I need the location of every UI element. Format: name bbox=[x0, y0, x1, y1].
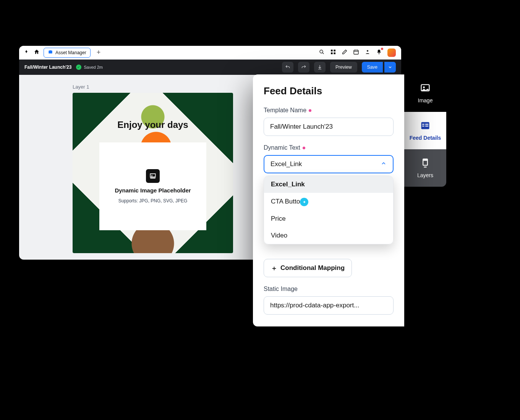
static-image-group: Static Image bbox=[264, 286, 394, 315]
svg-rect-17 bbox=[422, 124, 424, 124]
titlebar: Asset Manager + bbox=[19, 46, 401, 60]
static-image-label: Static Image bbox=[264, 286, 298, 292]
tab-feed-label: Feed Details bbox=[410, 135, 441, 141]
svg-rect-6 bbox=[354, 50, 358, 54]
plus-icon: ＋ bbox=[271, 264, 277, 273]
users-icon[interactable] bbox=[364, 49, 371, 57]
svg-rect-20 bbox=[425, 126, 428, 126]
dropdown-option[interactable]: Video bbox=[264, 227, 393, 244]
svg-line-1 bbox=[322, 53, 324, 54]
svg-point-0 bbox=[320, 50, 323, 53]
notifications-icon[interactable] bbox=[376, 49, 382, 57]
canvas-heading: Enjoy your days bbox=[117, 120, 188, 130]
template-name-group: Template Name bbox=[264, 107, 394, 136]
tab-feed-details[interactable]: Feed Details bbox=[404, 112, 446, 149]
chevron-up-icon bbox=[381, 160, 387, 168]
panel-title: Feed Details bbox=[264, 85, 394, 97]
tab-image-label: Image bbox=[418, 97, 433, 103]
home-icon[interactable] bbox=[34, 49, 40, 57]
image-placeholder-icon bbox=[146, 169, 160, 183]
preview-button[interactable]: Preview bbox=[330, 62, 357, 73]
svg-rect-19 bbox=[422, 126, 424, 126]
svg-rect-22 bbox=[423, 159, 428, 161]
svg-rect-4 bbox=[331, 52, 333, 54]
static-image-input[interactable] bbox=[264, 296, 394, 315]
dynamic-text-select[interactable]: Excel_Link bbox=[264, 155, 394, 173]
svg-point-11 bbox=[379, 53, 380, 54]
dropdown-option[interactable]: CTA Buttons ✦ bbox=[264, 193, 393, 210]
search-icon[interactable] bbox=[319, 49, 325, 57]
side-rail: Image Feed Details Layers bbox=[404, 74, 446, 187]
download-button[interactable] bbox=[314, 62, 326, 73]
svg-point-12 bbox=[151, 175, 152, 176]
image-placeholder-card[interactable]: Dynamic Image Placeholder Supports: JPG,… bbox=[99, 142, 206, 230]
conditional-mapping-label: Conditional Mapping bbox=[280, 264, 345, 272]
dynamic-text-dropdown: Excel_Link CTA Buttons ✦ Price Video bbox=[264, 176, 394, 244]
app-logo-icon bbox=[23, 49, 30, 56]
cursor-icon: ✦ bbox=[300, 198, 308, 206]
svg-rect-5 bbox=[334, 52, 335, 54]
save-dropdown-button[interactable] bbox=[384, 62, 396, 73]
canvas[interactable]: Enjoy your days Dynamic Image Placeholde… bbox=[73, 93, 233, 253]
svg-point-10 bbox=[367, 50, 368, 52]
save-button[interactable]: Save bbox=[362, 62, 383, 73]
project-toolbar: Fall/Winter Launch'23 ✓ Saved 2m Preview… bbox=[19, 60, 401, 75]
tab-label: Asset Manager bbox=[55, 50, 86, 55]
grid-icon[interactable] bbox=[330, 49, 336, 57]
dynamic-text-label: Dynamic Text bbox=[264, 144, 300, 151]
saved-text: Saved 2m bbox=[84, 65, 103, 69]
avatar[interactable] bbox=[387, 48, 396, 57]
svg-rect-13 bbox=[150, 178, 155, 179]
feed-details-panel: Feed Details Template Name Dynamic Text … bbox=[253, 74, 404, 326]
dropdown-option[interactable]: Excel_Link bbox=[264, 176, 393, 193]
tab-layers[interactable]: Layers bbox=[404, 149, 446, 187]
svg-rect-18 bbox=[425, 124, 428, 124]
required-indicator-icon bbox=[309, 109, 311, 112]
conditional-mapping-button[interactable]: ＋ Conditional Mapping bbox=[264, 259, 352, 277]
placeholder-subtitle: Supports: JPG, PNG, SVG, JPEG bbox=[118, 198, 188, 204]
svg-rect-2 bbox=[331, 50, 333, 52]
project-name: Fall/Winter Launch'23 bbox=[24, 65, 71, 70]
template-name-label: Template Name bbox=[264, 107, 306, 114]
new-tab-button[interactable]: + bbox=[94, 48, 103, 57]
svg-point-15 bbox=[423, 86, 425, 88]
svg-rect-3 bbox=[334, 50, 335, 52]
briefcase-icon bbox=[48, 49, 53, 56]
titlebar-actions bbox=[319, 48, 397, 57]
undo-button[interactable] bbox=[282, 62, 293, 73]
required-indicator-icon bbox=[303, 147, 305, 149]
notification-badge bbox=[381, 47, 384, 50]
dynamic-text-value: Excel_Link bbox=[271, 160, 302, 168]
tab-layers-label: Layers bbox=[417, 172, 433, 178]
dynamic-text-group: Dynamic Text Excel_Link Excel_Link CTA B… bbox=[264, 144, 394, 244]
redo-button[interactable] bbox=[298, 62, 309, 73]
check-icon: ✓ bbox=[76, 65, 81, 70]
calendar-icon[interactable] bbox=[353, 49, 359, 57]
edit-icon[interactable] bbox=[342, 49, 348, 57]
saved-indicator: ✓ Saved 2m bbox=[76, 65, 103, 70]
tab-image[interactable]: Image bbox=[404, 74, 446, 112]
open-tab-asset-manager[interactable]: Asset Manager bbox=[44, 48, 91, 58]
dropdown-option[interactable]: Price bbox=[264, 210, 393, 227]
placeholder-title: Dynamic Image Placeholder bbox=[115, 187, 191, 194]
template-name-input[interactable] bbox=[264, 118, 394, 136]
